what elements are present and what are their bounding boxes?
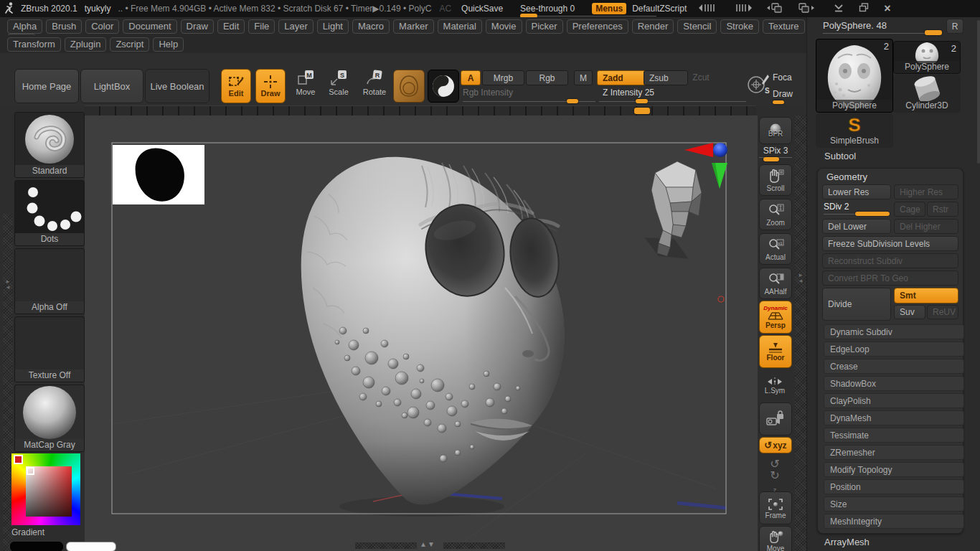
aahalf-button[interactable]: AAHalf: [759, 268, 792, 299]
tool-thumb-polysphere-recent[interactable]: 2 PolySphere: [893, 41, 961, 74]
rgb-intensity-knob[interactable]: [567, 99, 578, 103]
live-boolean-button[interactable]: Live Boolean: [145, 69, 209, 103]
collapse-right-panels-icon[interactable]: [730, 4, 752, 14]
frame-button[interactable]: Frame: [759, 491, 792, 524]
menu-preferences[interactable]: Preferences: [567, 19, 628, 34]
timeline-knob[interactable]: [634, 108, 650, 114]
menu-picker[interactable]: Picker: [526, 19, 563, 34]
actual-button[interactable]: x1 Actual: [759, 233, 792, 265]
menu-macro[interactable]: Macro: [352, 19, 390, 34]
persp-button[interactable]: Dynamic Persp: [759, 301, 792, 334]
alpha-thumb-off[interactable]: Alpha Off: [14, 248, 85, 314]
menu-zscript[interactable]: Zscript: [110, 37, 149, 52]
close-icon[interactable]: ×: [884, 2, 890, 15]
tool-thumb-simplebrush[interactable]: S SimpleBrush: [816, 113, 893, 148]
convert-bpr-button[interactable]: Convert BPR To Geo: [822, 270, 958, 286]
zoom-button[interactable]: Zoom: [759, 199, 792, 230]
dock-left-icon[interactable]: [767, 3, 786, 15]
panel-scrollbar[interactable]: [977, 20, 980, 164]
reuv-button[interactable]: ReUV: [927, 305, 958, 319]
focal-shift-icon[interactable]: S: [746, 72, 771, 100]
bottom-tray-arrows-icon[interactable]: ▲▼: [420, 540, 441, 548]
geometry-subsection-size[interactable]: Size: [824, 496, 964, 512]
home-page-button[interactable]: Home Page: [14, 69, 79, 103]
see-through-slider[interactable]: See-through 0: [520, 4, 575, 14]
main-color-swatch[interactable]: [10, 542, 63, 551]
menu-transform[interactable]: Transform: [7, 37, 61, 52]
default-zscript-button[interactable]: DefaultZScript: [632, 4, 687, 14]
draw-button[interactable]: Draw: [255, 69, 286, 103]
stroke-thumb-dots[interactable]: Dots: [14, 180, 85, 246]
geometry-subsection-crease[interactable]: Crease: [824, 359, 964, 374]
freeze-subdivision-button[interactable]: Freeze SubDivision Levels: [822, 236, 958, 251]
sdiv-slider[interactable]: SDiv 2: [824, 202, 891, 217]
bpr-button[interactable]: BPR: [759, 117, 792, 144]
geometry-subsection-dynamic-subdiv[interactable]: Dynamic Subdiv: [824, 324, 964, 339]
minimize-icon[interactable]: [834, 4, 844, 14]
menu-stencil[interactable]: Stencil: [677, 19, 717, 34]
geometry-subsection-meshintegrity[interactable]: MeshIntegrity: [824, 514, 964, 529]
bottom-tray-handle-left[interactable]: [355, 542, 417, 549]
timeline-strip[interactable]: [85, 105, 756, 116]
tool-thumb-polysphere-active[interactable]: 2 PolySphere: [816, 39, 893, 113]
reconstruct-subdiv-button[interactable]: Reconstruct Subdiv: [822, 253, 958, 268]
rgb-toggle[interactable]: Rgb: [526, 70, 568, 85]
rotate-tool-button[interactable]: R Rotate: [362, 69, 387, 102]
z-intensity-knob[interactable]: [636, 99, 648, 103]
restore-icon[interactable]: [859, 3, 869, 14]
menu-color[interactable]: Color: [85, 19, 119, 34]
a-toggle[interactable]: A: [461, 70, 481, 85]
geometry-subsection-zremesher[interactable]: ZRemesher: [824, 445, 964, 460]
higher-res-button[interactable]: Higher Res: [894, 184, 958, 199]
lightbox-button[interactable]: LightBox: [80, 69, 143, 103]
sdiv-knob[interactable]: [855, 212, 890, 216]
del-lower-button[interactable]: Del Lower: [822, 219, 891, 234]
current-stroke-thumb[interactable]: [428, 70, 459, 103]
geometry-subsection-dynamesh[interactable]: DynaMesh: [824, 410, 964, 425]
collapse-left-panels-icon[interactable]: [699, 4, 720, 14]
menu-texture[interactable]: Texture: [763, 19, 805, 34]
menu-edit[interactable]: Edit: [217, 19, 245, 34]
menu-layer[interactable]: Layer: [278, 19, 314, 34]
rgb-intensity-slider[interactable]: Rgb Intensity: [463, 88, 513, 98]
move-tool-button[interactable]: M Move: [293, 69, 319, 102]
left-divider-arrows-icon[interactable]: ▸◂: [3, 278, 13, 290]
xyz-button[interactable]: ↺xyz: [759, 437, 792, 453]
menu-zplugin[interactable]: Zplugin: [65, 37, 107, 52]
edit-button[interactable]: Edit: [221, 69, 251, 103]
right-tray-divider[interactable]: ▸◂: [795, 116, 806, 551]
lsym-button[interactable]: L.Sym: [759, 371, 791, 400]
menu-material[interactable]: Material: [438, 19, 482, 34]
geometry-subsection-modify-topology[interactable]: Modify Topology: [824, 462, 964, 477]
viewport-canvas[interactable]: ▲▼: [85, 116, 759, 551]
sv-cursor[interactable]: [27, 467, 34, 475]
menus-button[interactable]: Menus: [592, 3, 626, 14]
menu-document[interactable]: Document: [123, 19, 176, 34]
menu-stroke[interactable]: Stroke: [720, 19, 759, 34]
arraymesh-section-header[interactable]: ArrayMesh: [824, 537, 870, 547]
geometry-subsection-position[interactable]: Position: [824, 479, 964, 494]
bottom-tray-handle-right[interactable]: [443, 542, 505, 549]
menu-draw[interactable]: Draw: [181, 19, 214, 34]
hue-cursor[interactable]: [14, 455, 23, 464]
quicksave-button[interactable]: QuickSave: [461, 4, 503, 14]
geometry-subsection-edgeloop[interactable]: EdgeLoop: [824, 342, 964, 357]
zsub-toggle[interactable]: Zsub: [644, 70, 688, 85]
zcut-toggle[interactable]: Zcut: [687, 70, 715, 84]
suv-toggle[interactable]: Suv: [894, 305, 925, 319]
geometry-subsection-tessimate[interactable]: Tessimate: [824, 428, 964, 443]
geometry-subsection-shadowbox[interactable]: ShadowBox: [824, 376, 964, 391]
menu-alpha[interactable]: Alpha: [7, 19, 42, 34]
move-3d-button[interactable]: Move: [759, 526, 792, 551]
menu-render[interactable]: Render: [632, 19, 674, 34]
subtool-section-header[interactable]: Subtool: [824, 151, 856, 161]
menu-file[interactable]: File: [248, 19, 275, 34]
gradient-label[interactable]: Gradient: [11, 527, 80, 537]
divide-button[interactable]: Divide: [822, 288, 891, 321]
menu-light[interactable]: Light: [317, 19, 349, 34]
scale-tool-button[interactable]: S Scale: [326, 69, 352, 102]
spix-knob[interactable]: [763, 157, 779, 161]
draw-size-knob[interactable]: [773, 100, 784, 104]
floor-button[interactable]: Floor: [759, 335, 792, 368]
geometry-section-header[interactable]: Geometry: [826, 171, 867, 182]
